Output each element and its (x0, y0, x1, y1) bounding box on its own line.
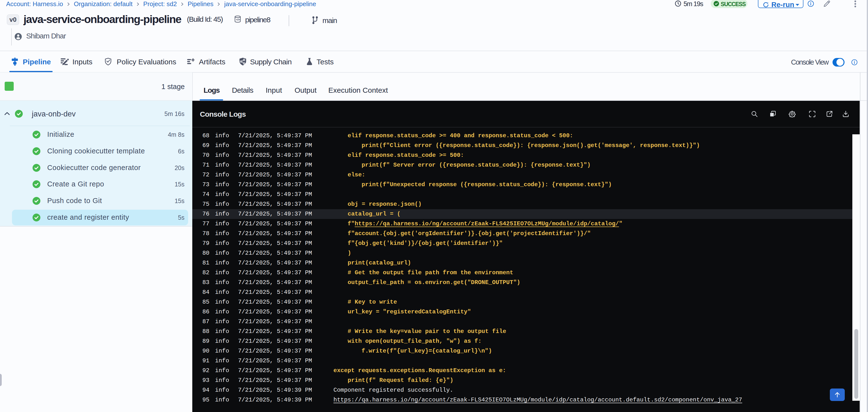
svg-text:</>: </> (236, 18, 240, 21)
